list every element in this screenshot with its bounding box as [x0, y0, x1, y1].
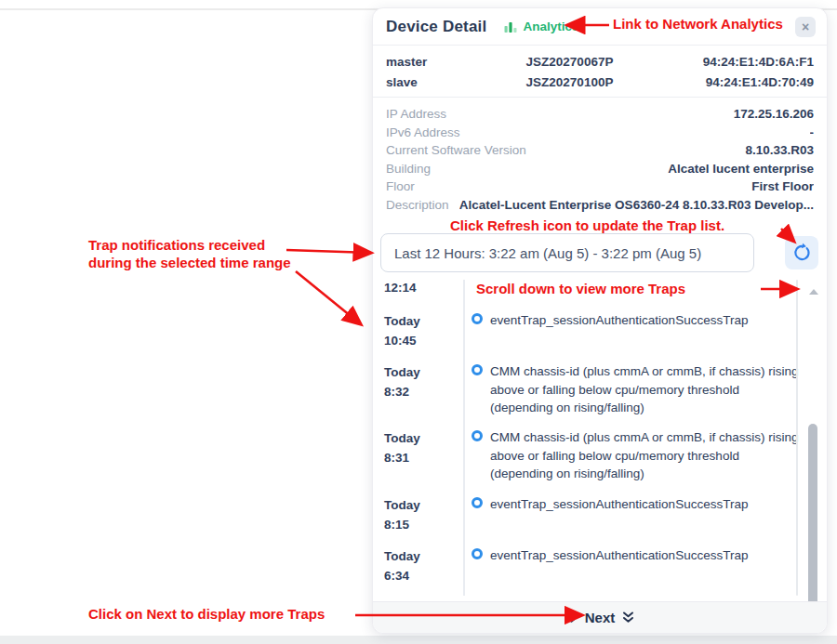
- field-value: Alcatel lucent enterprise: [668, 160, 814, 178]
- stack-mac: 94:24:E1:4D:6A:F1: [651, 52, 814, 72]
- refresh-icon: [791, 243, 812, 263]
- stack-role: master: [386, 52, 488, 72]
- double-chevron-down-icon: [621, 611, 635, 624]
- field-software-version: Current Software Version 8.10.33.R03: [386, 141, 814, 160]
- page-bottom-strip: [0, 636, 837, 644]
- trap-message: CMM chassis-id (plus cmmA or cmmB, if ch…: [490, 362, 803, 417]
- close-button[interactable]: ×: [795, 17, 816, 37]
- field-value: 8.10.33.R03: [745, 141, 814, 160]
- analytics-link-label: Analytics: [523, 20, 578, 33]
- list-item[interactable]: Today8:15 eventTrap_sessionAuthenticatio…: [380, 495, 806, 534]
- next-button[interactable]: Next: [565, 610, 636, 625]
- trap-timestamp: Today8:32: [380, 362, 463, 417]
- field-value: Alcatel-Lucent Enterprise OS6360-24 8.10…: [459, 196, 814, 215]
- trap-message: CMM chassis-id (plus cmmA or cmmB, if ch…: [490, 428, 803, 483]
- device-detail-panel: Device Detail Analytics × master JSZ2027…: [372, 7, 828, 634]
- panel-footer: Next: [373, 601, 827, 633]
- page-title: Device Detail: [386, 18, 486, 36]
- annotation-refresh: Click Refresh icon to update the Trap li…: [450, 217, 724, 233]
- annotation-scroll: Scroll down to view more Traps: [476, 281, 685, 296]
- close-icon: ×: [802, 20, 809, 34]
- device-fields: IP Address 172.25.16.206 IPv6 Address - …: [373, 97, 827, 217]
- time-range-selector[interactable]: Last 12 Hours: 3:22 am (Aug 5) - 3:22 pm…: [380, 233, 754, 272]
- arrow-to-trap-list: [296, 271, 361, 324]
- list-item[interactable]: Today8:31 CMM chassis-id (plus cmmA or c…: [380, 428, 806, 483]
- field-label: IP Address: [386, 105, 446, 124]
- inner-scrollbar-track[interactable]: [796, 280, 798, 596]
- trap-timestamp: Today8:15: [380, 495, 463, 534]
- trap-bullet-icon: [472, 497, 483, 508]
- trap-bullet-icon: [472, 430, 483, 441]
- field-value: First Floor: [751, 177, 814, 196]
- table-row: master JSZ20270067P 94:24:E1:4D:6A:F1: [386, 52, 814, 72]
- double-chevron-down-icon: [565, 611, 578, 624]
- field-value: -: [810, 124, 815, 142]
- stack-mac: 94:24:E1:4D:70:49: [651, 72, 814, 93]
- stack-table: master JSZ20270067P 94:24:E1:4D:6A:F1 sl…: [373, 46, 827, 96]
- trap-bullet-icon: [472, 364, 483, 375]
- trap-bullet-icon: [472, 548, 483, 559]
- trap-message: eventTrap_sessionAuthenticationSuccessTr…: [490, 546, 748, 585]
- annotation-trap-notifications: Trap notifications received during the s…: [88, 236, 291, 271]
- trap-timestamp: Today10:45: [380, 311, 463, 350]
- stack-serial: JSZ20270100P: [488, 72, 651, 93]
- list-item[interactable]: Today8:32 CMM chassis-id (plus cmmA or c…: [380, 362, 806, 417]
- stack-serial: JSZ20270067P: [488, 52, 651, 72]
- trap-timestamp: Today8:31: [380, 428, 463, 483]
- scrollbar[interactable]: [806, 282, 819, 629]
- trap-message: eventTrap_sessionAuthenticationSuccessTr…: [490, 495, 748, 534]
- field-ipv6-address: IPv6 Address -: [386, 124, 814, 142]
- refresh-button[interactable]: [785, 236, 818, 269]
- scroll-up-icon[interactable]: [809, 289, 818, 295]
- trap-list: 12:14 Today10:45 eventTrap_sessionAuthen…: [380, 278, 806, 603]
- list-item[interactable]: Today10:45 eventTrap_sessionAuthenticati…: [380, 311, 806, 350]
- field-value: 172.25.16.206: [734, 105, 814, 124]
- trap-timestamp: 12:14: [380, 278, 463, 297]
- trap-bullet-icon: [472, 313, 483, 324]
- table-row: slave JSZ20270100P 94:24:E1:4D:70:49: [386, 72, 814, 93]
- field-label: Current Software Version: [386, 141, 526, 160]
- arrow-to-time-range: [286, 250, 371, 253]
- field-label: Description: [386, 196, 449, 215]
- bar-chart-icon: [503, 20, 518, 34]
- trap-message: eventTrap_sessionAuthenticationSuccessTr…: [490, 311, 748, 350]
- list-item[interactable]: Today6:34 eventTrap_sessionAuthenticatio…: [380, 546, 806, 585]
- field-floor: Floor First Floor: [386, 177, 814, 196]
- field-label: IPv6 Address: [386, 124, 460, 142]
- field-building: Building Alcatel lucent enterprise: [386, 160, 814, 178]
- field-label: Floor: [386, 177, 415, 196]
- scrollbar-thumb[interactable]: [808, 424, 817, 607]
- field-label: Building: [386, 160, 431, 178]
- field-description: Description Alcatel-Lucent Enterprise OS…: [386, 196, 814, 215]
- annotation-next: Click on Next to display more Traps: [88, 606, 325, 622]
- time-range-row: Last 12 Hours: 3:22 am (Aug 5) - 3:22 pm…: [380, 233, 818, 272]
- next-button-label: Next: [585, 610, 616, 625]
- annotation-analytics: Link to Network Analytics: [613, 16, 783, 32]
- stack-role: slave: [386, 72, 488, 93]
- time-range-value: Last 12 Hours: 3:22 am (Aug 5) - 3:22 pm…: [394, 245, 701, 261]
- trap-timestamp: Today6:34: [380, 546, 463, 585]
- analytics-link[interactable]: Analytics: [503, 20, 578, 34]
- field-ip-address: IP Address 172.25.16.206: [386, 105, 814, 124]
